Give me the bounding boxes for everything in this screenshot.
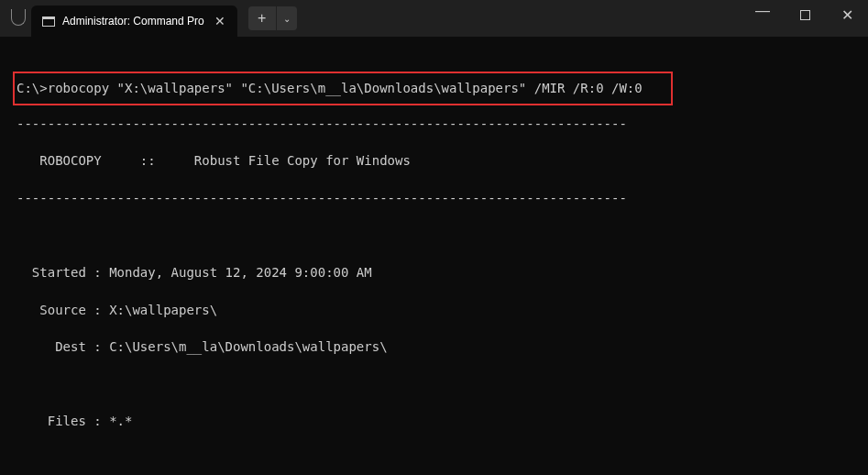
minimize-icon: — — [755, 3, 770, 19]
maximize-button[interactable] — [784, 0, 826, 29]
command-line: C:\>robocopy "X:\wallpapers" "C:\Users\m… — [13, 72, 673, 105]
prompt: C:\> — [16, 81, 48, 95]
new-tab-group: + ⌄ — [248, 6, 297, 30]
new-tab-button[interactable]: + — [248, 6, 276, 30]
minimize-button[interactable]: — — [742, 0, 784, 29]
blank-line — [16, 375, 861, 393]
close-icon: ✕ — [841, 6, 853, 24]
blank-line — [16, 449, 861, 468]
close-window-button[interactable]: ✕ — [826, 0, 868, 29]
started-line: Started : Monday, August 12, 2024 9:00:0… — [16, 263, 861, 282]
close-tab-icon[interactable]: ✕ — [212, 14, 228, 28]
tab-title: Administrator: Command Pro — [62, 15, 204, 28]
shield-icon — [11, 9, 26, 26]
titlebar-left: Administrator: Command Pro ✕ + ⌄ — [7, 0, 297, 37]
maximize-icon — [800, 10, 810, 20]
divider: ----------------------------------------… — [16, 115, 861, 133]
titlebar: Administrator: Command Pro ✕ + ⌄ — ✕ — [0, 0, 868, 37]
command-text: robocopy "X:\wallpapers" "C:\Users\m__la… — [48, 81, 643, 95]
robocopy-banner: ROBOCOPY :: Robust File Copy for Windows — [16, 151, 861, 170]
divider: ----------------------------------------… — [16, 189, 861, 207]
tab-active[interactable]: Administrator: Command Pro ✕ — [31, 6, 237, 37]
cmd-icon — [42, 17, 55, 27]
dest-line: Dest : C:\Users\m__la\Downloads\wallpape… — [16, 337, 861, 356]
files-line: Files : *.* — [16, 412, 861, 430]
blank-line — [16, 226, 861, 244]
terminal-output[interactable]: C:\>robocopy "X:\wallpapers" "C:\Users\m… — [0, 37, 868, 475]
window-controls: — ✕ — [742, 0, 868, 37]
source-line: Source : X:\wallpapers\ — [16, 301, 861, 319]
new-tab-dropdown[interactable]: ⌄ — [277, 6, 297, 30]
